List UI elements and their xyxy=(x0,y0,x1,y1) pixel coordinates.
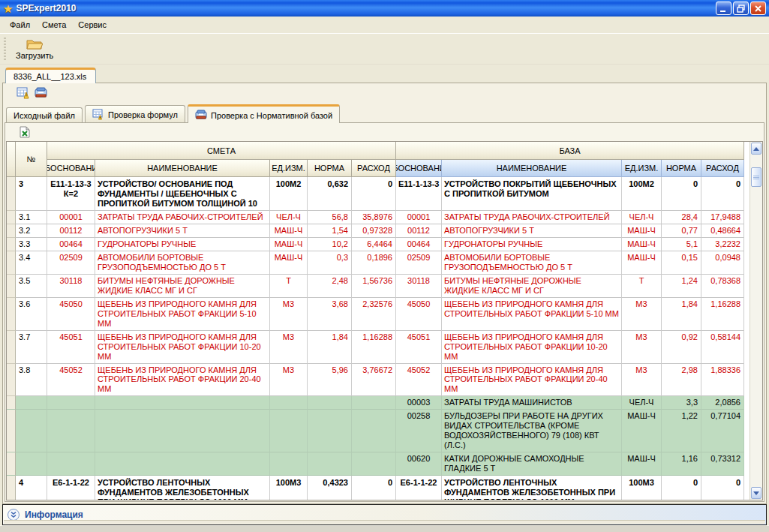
cell-baza-norma[interactable]: 5,1 xyxy=(662,238,701,251)
cell-baza-rashod[interactable]: 0,77104 xyxy=(701,410,744,452)
cell-smeta-unit[interactable]: М3 xyxy=(270,364,308,397)
cell-num[interactable]: 3.4 xyxy=(16,251,47,275)
cell-baza-unit[interactable]: ЧЕЛ-Ч xyxy=(622,211,662,224)
cell-baza-unit[interactable]: 100М2 xyxy=(622,177,662,211)
cell-smeta-rashod[interactable]: 0,97328 xyxy=(352,224,396,238)
cell-baza-rashod[interactable]: 0,78368 xyxy=(701,275,744,298)
cell-baza-code[interactable]: 00620 xyxy=(396,452,442,476)
check-formulas-button[interactable] xyxy=(15,86,30,101)
cell-smeta-code[interactable] xyxy=(47,452,95,476)
cell-baza-rashod[interactable]: 0,73312 xyxy=(701,452,744,476)
cell-baza-unit[interactable]: МАШ-Ч xyxy=(622,452,662,476)
row-selector[interactable] xyxy=(7,476,16,500)
cell-smeta-norma[interactable] xyxy=(308,396,352,410)
cell-num[interactable]: 3 xyxy=(16,177,47,211)
cell-baza-rashod[interactable]: 1,16288 xyxy=(701,298,744,331)
cell-smeta-rashod[interactable]: 35,8976 xyxy=(352,211,396,224)
cell-baza-unit[interactable]: М3 xyxy=(622,364,662,397)
cell-smeta-rashod[interactable]: 0,1896 xyxy=(352,251,396,275)
header-baza-norma[interactable]: НОРМА xyxy=(662,160,701,177)
cell-smeta-code[interactable]: 45051 xyxy=(47,331,95,364)
cell-smeta-name[interactable] xyxy=(95,396,270,410)
cell-smeta-code[interactable]: Е11-1-13-3К=2 xyxy=(47,177,95,211)
cell-smeta-name[interactable]: ГУДРОНАТОРЫ РУЧНЫЕ xyxy=(95,238,270,251)
cell-smeta-unit[interactable]: 100М3 xyxy=(270,476,308,500)
cell-smeta-rashod[interactable]: 3,76672 xyxy=(352,364,396,397)
cell-num[interactable] xyxy=(16,396,47,410)
row-selector[interactable] xyxy=(7,275,16,298)
cell-baza-code[interactable]: 45052 xyxy=(396,364,442,397)
header-baza-edizm[interactable]: ЕД.ИЗМ. xyxy=(622,160,662,177)
cell-baza-unit[interactable]: Т xyxy=(622,275,662,298)
minimize-button[interactable] xyxy=(716,2,731,15)
cell-baza-name[interactable]: АВТОМОБИЛИ БОРТОВЫЕ ГРУЗОПОДЪЕМНОСТЬЮ ДО… xyxy=(442,251,622,275)
row-selector[interactable] xyxy=(7,177,16,211)
cell-smeta-norma[interactable]: 5,96 xyxy=(308,364,352,397)
cell-smeta-unit[interactable]: 100М2 xyxy=(270,177,308,211)
tab-check-formulas[interactable]: Проверка формул xyxy=(85,105,185,122)
cell-smeta-unit[interactable]: М3 xyxy=(270,298,308,331)
cell-smeta-rashod[interactable]: 6,4464 xyxy=(352,238,396,251)
cell-smeta-norma[interactable]: 2,48 xyxy=(308,275,352,298)
cell-num[interactable]: 3.2 xyxy=(16,224,47,238)
cell-smeta-code[interactable]: 00001 xyxy=(47,211,95,224)
header-num[interactable]: № xyxy=(16,142,47,177)
cell-smeta-unit[interactable]: ЧЕЛ-Ч xyxy=(270,211,308,224)
cell-baza-code[interactable]: 45051 xyxy=(396,331,442,364)
cell-smeta-norma[interactable]: 0,632 xyxy=(308,177,352,211)
cell-smeta-name[interactable]: ЩЕБЕНЬ ИЗ ПРИРОДНОГО КАМНЯ ДЛЯ СТРОИТЕЛЬ… xyxy=(95,331,270,364)
cell-baza-code[interactable]: 02509 xyxy=(396,251,442,275)
row-selector[interactable] xyxy=(7,238,16,251)
row-selector[interactable] xyxy=(7,224,16,238)
cell-num[interactable]: 3.5 xyxy=(16,275,47,298)
cell-baza-norma[interactable]: 1,24 xyxy=(662,275,701,298)
menu-smeta[interactable]: Смета xyxy=(37,18,71,32)
restore-button[interactable] xyxy=(733,2,749,15)
cell-baza-norma[interactable]: 2,98 xyxy=(662,364,701,397)
cell-baza-norma[interactable]: 0 xyxy=(662,177,701,211)
cell-smeta-norma[interactable]: 3,68 xyxy=(308,298,352,331)
header-smeta-obosnovanie[interactable]: ОБОСНОВАНИЕ xyxy=(47,160,95,177)
menu-file[interactable]: Файл xyxy=(5,18,35,32)
cell-smeta-code[interactable]: Е6-1-1-22 xyxy=(47,476,95,500)
cell-num[interactable]: 4 xyxy=(16,476,47,500)
row-selector[interactable] xyxy=(7,331,16,364)
cell-smeta-unit[interactable]: Т xyxy=(270,275,308,298)
cell-baza-unit[interactable]: М3 xyxy=(622,298,662,331)
cell-baza-code[interactable]: 45050 xyxy=(396,298,442,331)
cell-baza-code[interactable]: 00003 xyxy=(396,396,442,410)
cell-smeta-unit[interactable]: М3 xyxy=(270,331,308,364)
cell-smeta-name[interactable]: УСТРОЙСТВО/ ОСНОВАНИЕ ПОД ФУНДАМЕНТЫ / Щ… xyxy=(95,177,270,211)
row-selector[interactable] xyxy=(7,364,16,397)
row-selector[interactable] xyxy=(7,211,16,224)
cell-smeta-norma[interactable]: 1,54 xyxy=(308,224,352,238)
cell-baza-name[interactable]: БИТУМЫ НЕФТЯНЫЕ ДОРОЖНЫЕ ЖИДКИЕ КЛАСС МГ… xyxy=(442,275,622,298)
header-baza-obosnovanie[interactable]: ОБОСНОВАНИЕ xyxy=(396,160,442,177)
row-selector[interactable] xyxy=(7,251,16,275)
cell-num[interactable] xyxy=(16,452,47,476)
cell-smeta-code[interactable]: 02509 xyxy=(47,251,95,275)
cell-smeta-rashod[interactable] xyxy=(352,410,396,452)
cell-smeta-name[interactable]: УСТРОЙСТВО ЛЕНТОЧНЫХ ФУНДАМЕНТОВ ЖЕЛЕЗОБ… xyxy=(95,476,270,500)
cell-num[interactable] xyxy=(16,410,47,452)
toolbar-grip[interactable] xyxy=(3,38,7,60)
header-smeta-rashod[interactable]: РАСХОД xyxy=(352,160,396,177)
cell-baza-name[interactable]: АВТОПОГРУЗЧИКИ 5 Т xyxy=(442,224,622,238)
cell-baza-rashod[interactable]: 3,2232 xyxy=(701,238,744,251)
cell-smeta-unit[interactable]: МАШ-Ч xyxy=(270,224,308,238)
cell-baza-code[interactable]: 00464 xyxy=(396,238,442,251)
cell-smeta-name[interactable]: ЗАТРАТЫ ТРУДА РАБОЧИХ-СТРОИТЕЛЕЙ xyxy=(95,211,270,224)
cell-baza-code[interactable]: 30118 xyxy=(396,275,442,298)
cell-baza-norma[interactable]: 0 xyxy=(662,476,701,500)
cell-baza-name[interactable]: ЩЕБЕНЬ ИЗ ПРИРОДНОГО КАМНЯ ДЛЯ СТРОИТЕЛЬ… xyxy=(442,364,622,397)
cell-smeta-norma[interactable]: 1,84 xyxy=(308,331,352,364)
cell-num[interactable]: 3.7 xyxy=(16,331,47,364)
menu-service[interactable]: Сервис xyxy=(73,18,112,32)
export-excel-button[interactable] xyxy=(17,125,32,140)
info-panel-header[interactable]: Информация xyxy=(2,504,767,525)
cell-baza-name[interactable]: ЗАТРАТЫ ТРУДА МАШИНИСТОВ xyxy=(442,396,622,410)
cell-baza-unit[interactable]: 100М3 xyxy=(622,476,662,500)
cell-smeta-norma[interactable]: 0,3 xyxy=(308,251,352,275)
cell-num[interactable]: 3.3 xyxy=(16,238,47,251)
cell-smeta-unit[interactable] xyxy=(270,410,308,452)
